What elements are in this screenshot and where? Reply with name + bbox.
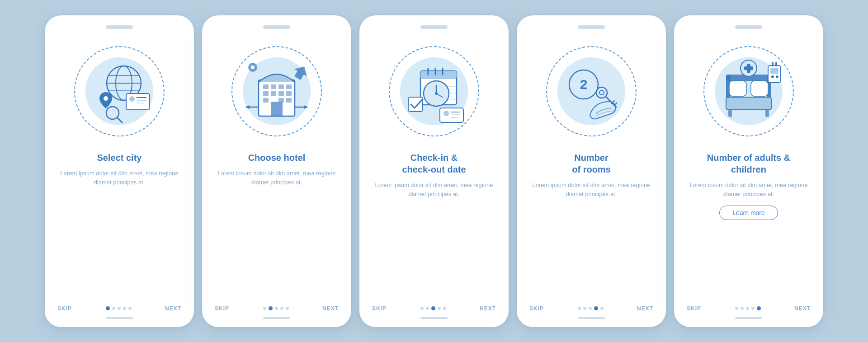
nav-row-5: SKIP NEXT	[683, 305, 814, 312]
nav-dots-2	[263, 306, 289, 310]
next-button-4[interactable]: NEXT	[637, 305, 653, 312]
phone-notch-2	[263, 25, 290, 29]
select-city-icon	[79, 51, 160, 132]
svg-point-34	[252, 63, 254, 65]
svg-rect-70	[770, 68, 778, 74]
skip-button-1[interactable]: SKIP	[57, 305, 72, 312]
skip-button-5[interactable]: SKIP	[687, 305, 701, 312]
svg-rect-69	[768, 66, 781, 83]
svg-rect-17	[278, 84, 284, 89]
dot-4-3	[589, 307, 592, 310]
bottom-bar-3	[420, 317, 448, 319]
svg-rect-23	[263, 98, 269, 103]
dot-5-3	[746, 307, 749, 310]
svg-rect-25	[286, 98, 292, 103]
bottom-bar-2	[263, 317, 290, 319]
next-button-5[interactable]: NEXT	[794, 305, 811, 312]
phone-notch-3	[420, 25, 448, 29]
dot-1-3	[118, 307, 121, 310]
choose-hotel-icon	[234, 48, 320, 134]
svg-rect-76	[765, 110, 769, 117]
svg-rect-74	[775, 62, 777, 66]
nav-row-3: SKIP NEXT	[368, 305, 500, 312]
adults-children-icon	[706, 48, 792, 134]
card-title-4: Number of rooms	[572, 152, 611, 175]
svg-rect-48	[440, 108, 463, 122]
svg-rect-18	[286, 84, 292, 89]
next-button-3[interactable]: NEXT	[480, 305, 496, 312]
bottom-bar-1	[106, 317, 133, 319]
nav-dots-1	[106, 306, 132, 310]
dot-4-4	[594, 306, 598, 310]
svg-marker-30	[304, 105, 308, 109]
dot-3-2	[426, 307, 429, 310]
svg-rect-22	[286, 91, 292, 96]
rooms-icon: 2	[548, 48, 634, 134]
svg-rect-26	[271, 102, 283, 116]
dot-5-2	[741, 307, 744, 310]
dot-3-1	[420, 307, 424, 310]
dot-1-4	[123, 307, 126, 310]
dot-2-4	[280, 307, 283, 310]
next-button-2[interactable]: NEXT	[322, 305, 339, 312]
svg-rect-68	[744, 66, 753, 70]
phone-screen-4: 2 Number of rooms Lorem ipsum dolor sit …	[517, 15, 666, 327]
dot-5-4	[751, 307, 755, 310]
svg-point-56	[599, 90, 604, 95]
card-title-5: Number of adults & children	[707, 152, 790, 175]
dot-2-3	[275, 307, 278, 310]
phone-screen-3: Check-in & check-out date Lorem ipsum do…	[359, 15, 509, 327]
dot-3-3	[431, 306, 435, 310]
svg-rect-21	[278, 91, 284, 96]
card-desc-1: Lorem ipsum dolor sit dim amet, mea regi…	[54, 169, 185, 188]
card-desc-4: Lorem ipsum dolor sit dim amet, mea regi…	[526, 181, 657, 200]
svg-rect-36	[420, 71, 457, 79]
svg-point-71	[771, 75, 774, 78]
illustration-select-city	[65, 37, 174, 145]
phone-screen-2: Choose hotel Lorem ipsum dolor sit dim a…	[202, 15, 351, 327]
card-desc-3: Lorem ipsum dolor sit dim amet, mea regi…	[368, 181, 500, 200]
dot-1-2	[112, 307, 115, 310]
dot-1-1	[106, 306, 110, 310]
svg-marker-28	[245, 105, 250, 109]
svg-rect-73	[772, 62, 774, 66]
phone-screen-1: Select city Lorem ipsum dolor sit dim am…	[45, 15, 194, 327]
skip-button-4[interactable]: SKIP	[529, 305, 544, 312]
skip-button-2[interactable]: SKIP	[215, 305, 229, 312]
dot-4-5	[600, 307, 604, 310]
nav-dots-3	[420, 306, 446, 310]
dot-3-4	[438, 307, 441, 310]
svg-marker-31	[291, 63, 311, 82]
svg-rect-20	[271, 91, 276, 96]
svg-rect-64	[729, 81, 746, 96]
dot-2-1	[263, 307, 266, 310]
nav-dots-4	[578, 306, 604, 310]
svg-rect-15	[263, 84, 269, 89]
svg-point-8	[129, 96, 135, 102]
dot-5-1	[735, 307, 738, 310]
screens-container: Select city Lorem ipsum dolor sit dim am…	[27, 2, 841, 341]
skip-button-3[interactable]: SKIP	[372, 305, 387, 312]
card-title-3: Check-in & check-out date	[402, 152, 466, 175]
nav-dots-5	[735, 306, 761, 310]
phone-notch	[106, 25, 133, 29]
svg-point-49	[443, 111, 449, 116]
checkin-icon	[391, 48, 477, 134]
card-title-2: Choose hotel	[248, 152, 306, 164]
dot-3-5	[443, 307, 446, 310]
svg-text:2: 2	[580, 77, 588, 92]
learn-more-button[interactable]: Learn more	[719, 206, 778, 220]
svg-point-72	[776, 75, 778, 78]
next-button-1[interactable]: NEXT	[165, 305, 181, 312]
bottom-bar-5	[735, 317, 762, 319]
dot-2-2	[269, 306, 273, 310]
illustration-choose-hotel	[222, 37, 331, 145]
dot-5-5	[757, 306, 761, 310]
card-desc-5: Lorem ipsum dolor sit dim amet, mea regi…	[683, 181, 814, 200]
illustration-checkin	[380, 37, 488, 145]
card-desc-2: Lorem ipsum dolor sit dim amet, mea regi…	[211, 169, 342, 188]
svg-point-33	[251, 66, 255, 69]
svg-rect-63	[726, 97, 771, 110]
dot-4-1	[578, 307, 581, 310]
svg-rect-16	[271, 84, 276, 89]
